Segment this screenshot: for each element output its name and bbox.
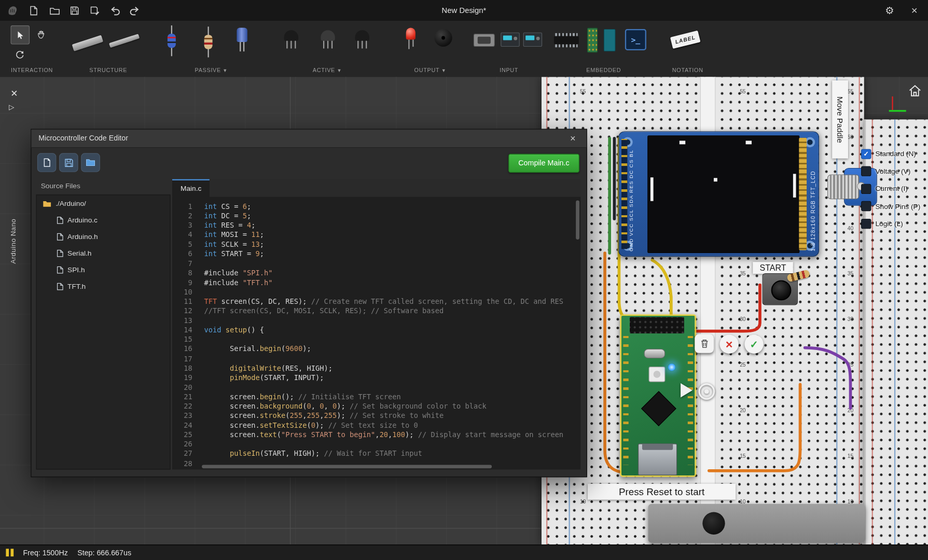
pong-paddle-left [650,177,654,201]
editor-new-file-button[interactable] [37,153,57,172]
display-option-voltage[interactable]: Voltage (V) [861,164,910,178]
move-paddle-label[interactable]: Move Paddle [832,80,848,159]
checkbox-standard[interactable]: ✓ [861,149,871,159]
display-option-label: Current (I) [875,185,907,193]
resistor-icon[interactable] [165,25,177,56]
vertical-scrollbar[interactable] [575,198,580,463]
capacitor-icon[interactable] [237,28,247,53]
window-close-icon[interactable]: × [908,4,921,17]
editor-save-button[interactable] [59,153,78,172]
toolbar-group-label: NOTATION [672,67,703,74]
start-label[interactable]: START [753,262,793,274]
home-view-icon[interactable] [908,84,922,98]
code-line: pulseIn(START, HIGH); // Wait for START … [204,449,581,458]
file-item[interactable]: TFT.h [37,278,170,295]
app-window: New Design* ⚙ × INTERACTION STRUCTURE [0,0,928,560]
file-name: TFT.h [67,282,86,290]
toolbar-group-structure: STRUCTURE [70,21,147,77]
display-option-label: Standard (N) [875,150,916,158]
pause-icon[interactable] [6,549,13,556]
tft-display-module[interactable]: GND VCC SCL SDA RES DC CS BL 1.8 128x160… [618,131,819,257]
delete-component-button[interactable] [695,334,714,353]
checkbox-current[interactable] [861,184,871,193]
file-item[interactable]: Arduino.h [37,228,170,245]
file-item[interactable]: Serial.h [37,245,170,261]
tab-main-c[interactable]: Main.c [172,179,210,197]
chevron-down-icon[interactable]: ▼ [441,68,447,73]
source-files-header: Source Files [41,181,80,190]
terminal-icon[interactable]: >_ [625,29,646,50]
run-button[interactable] [681,383,692,397]
toolbar-group-label: INTERACTION [11,67,53,74]
toolbar-group-input: INPUT [471,21,547,77]
select-tool-button[interactable] [11,25,30,44]
checkbox-voltage[interactable] [861,166,871,176]
record-button[interactable] [698,383,715,400]
arduino-board-icon[interactable] [587,28,598,53]
checkbox-show-pins[interactable] [861,201,871,211]
component-panel-tab[interactable]: Arduino Nano [9,193,17,264]
buzzer-component[interactable] [702,512,725,535]
resistor-tan-icon[interactable] [202,26,214,57]
toolbar-group-label: STRUCTURE [89,67,127,74]
display-option-label: Logic (L) [875,219,903,228]
panel-expand-icon[interactable]: ▷ [9,103,15,111]
checkbox-logic[interactable] [861,218,871,228]
editor-titlebar[interactable]: Microcontroller Code Editor × [31,130,586,148]
display-option-standard[interactable]: ✓Standard (N) [861,147,916,161]
microcontroller-board-icon[interactable] [604,29,616,51]
editor-close-icon[interactable]: × [566,133,579,144]
potentiometer-knob[interactable] [827,174,860,199]
code-area[interactable]: 1234567891011121314151617181920212223242… [172,197,580,470]
horizontal-scrollbar[interactable] [172,464,575,469]
panel-close-icon[interactable]: ✕ [8,88,20,100]
push-button-cap[interactable] [771,281,792,301]
file-name: SPI.h [67,265,85,274]
display-option-label: Show Pins (P) [875,202,920,210]
reset-button[interactable] [648,367,665,382]
axis-indicator-x [889,110,906,111]
chevron-down-icon[interactable]: ▼ [223,68,228,73]
toolbar-group-interaction: INTERACTION [7,21,57,77]
mcu-chip [641,391,676,426]
settings-gear-icon[interactable]: ⚙ [883,4,896,17]
breadboard-strip-icon[interactable] [109,34,140,48]
label-tag-icon[interactable]: LABEL [670,31,701,49]
display-option-current[interactable]: Current (I) [861,181,908,195]
code-line [204,383,581,392]
toolbar-group-output: OUTPUT▼ [398,21,463,77]
signal-generator-icon[interactable] [523,33,543,47]
file-icon [57,266,64,274]
code-line: int MOSI = 11; [204,230,581,240]
buzzer-icon[interactable] [434,29,452,47]
folder-item[interactable]: ./Arduino/ [37,195,170,212]
file-icon [57,283,64,290]
toolbar-group-label: INPUT [500,67,518,74]
pan-tool-button[interactable] [32,25,50,43]
breadboard-small-icon[interactable] [72,35,104,51]
file-name: Arduino.h [67,232,98,241]
display-option-label: Voltage (V) [875,167,910,175]
rotate-tool-button[interactable] [11,46,29,63]
power-rail-positive [859,77,860,544]
ic-chip-icon[interactable] [554,36,579,45]
switch-icon[interactable] [474,34,495,47]
scrollbar-thumb[interactable] [202,465,492,468]
scrollbar-thumb[interactable] [576,201,579,240]
compile-button[interactable]: Compile Main.c [508,154,579,173]
code-lines[interactable]: int CS = 6;int DC = 5;int RES = 4;int MO… [204,202,581,468]
code-line [204,259,581,268]
component-tray[interactable] [648,504,865,543]
chevron-down-icon[interactable]: ▼ [337,68,342,73]
titlebar: New Design* ⚙ × [0,0,928,21]
confirm-button[interactable]: ✓ [744,334,764,353]
pin-row-right [688,336,693,465]
power-supply-icon[interactable] [501,33,520,47]
press-reset-label[interactable]: Press Reset to start [588,484,736,500]
editor-open-button[interactable] [81,153,100,172]
file-item[interactable]: SPI.h [37,261,170,278]
cancel-button[interactable]: ✕ [719,334,739,353]
file-item[interactable]: Arduino.c [37,212,170,228]
display-option-logic[interactable]: Logic (L) [861,216,903,230]
display-option-show-pins[interactable]: Show Pins (P) [861,199,920,213]
